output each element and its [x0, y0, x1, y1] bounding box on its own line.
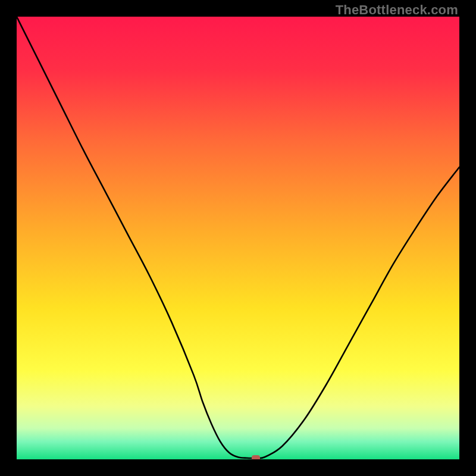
heat-gradient	[17, 17, 459, 459]
optimal-point-marker	[252, 455, 260, 459]
watermark-text: TheBottleneck.com	[336, 2, 458, 18]
plot-area	[17, 17, 459, 459]
chart-frame: TheBottleneck.com	[0, 0, 476, 476]
